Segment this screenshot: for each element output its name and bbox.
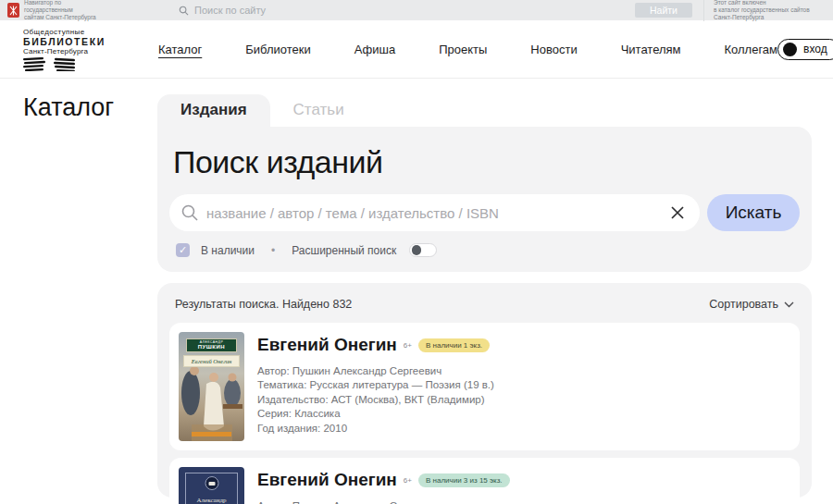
search-panel: Поиск изданий Искать ✓ В наличии • Расши [157,127,812,272]
topbar-find-button[interactable]: Найти [635,3,692,18]
cover-author-text: Александр ПУШКИН [179,497,244,504]
book-details: Автор: Пушкин Александр Сергеевич Темати… [257,499,790,504]
tab-editions[interactable]: Издания [157,94,270,127]
cover-author-plate: АЛЕКСАНДР ПУШКИН [186,338,237,352]
options-separator: • [271,244,275,257]
book-title[interactable]: Евгений Онегин [257,470,397,490]
sort-control[interactable]: Сортировать [709,298,794,311]
search-input[interactable] [206,205,661,221]
result-card[interactable]: Александр ПУШКИН Евгений Онегин 6+ В нал… [169,458,800,504]
age-rating: 6+ [404,341,412,350]
catalog-tabs: Издания Статьи [157,94,812,127]
topbar-search-icon [179,6,189,16]
publisher-emblem-icon [205,476,218,490]
book-title[interactable]: Евгений Онегин [257,335,397,355]
nav-item-colleagues[interactable]: Коллегам [725,43,778,56]
gov-navigator[interactable]: Навигатор по государственным сайтам Санк… [7,0,179,21]
age-rating: 6+ [404,476,412,485]
search-heading: Поиск изданий [173,144,796,180]
cover-title-plate: Евгений Онегин [183,355,240,367]
in-stock-checkbox[interactable]: ✓ [176,243,190,257]
library-logo[interactable]: Общедоступные БИБЛИОТЕКИ Санкт-Петербург… [23,28,136,71]
main-nav: Каталог Библиотеки Афиша Проекты Новости… [158,43,777,56]
nav-item-news[interactable]: Новости [530,43,577,56]
clear-search-icon[interactable] [668,203,687,222]
search-icon [180,203,199,222]
advanced-search-toggle[interactable] [409,243,437,257]
chevron-down-icon [784,301,794,308]
gov-navigator-text: Навигатор по государственным сайтам Санк… [24,0,96,21]
nav-item-readers[interactable]: Читателям [621,43,681,56]
gov-included-text: Этот сайт включен в каталог государствен… [703,0,824,21]
advanced-search-label: Расширенный поиск [292,244,396,257]
site-header: Общедоступные БИБЛИОТЕКИ Санкт-Петербург… [0,20,833,79]
cover-publisher-strip [192,432,231,436]
books-logo-icon [23,57,136,71]
search-button[interactable]: Искать [707,194,800,231]
nav-item-projects[interactable]: Проекты [439,43,487,56]
tab-articles[interactable]: Статьи [270,94,367,127]
user-avatar-icon [783,43,797,56]
book-details: Автор: Пушкин Александр Сергеевич Темати… [257,364,790,436]
nav-item-afisha[interactable]: Афиша [354,43,395,56]
availability-badge: В наличии 3 из 15 экз. [418,473,510,487]
in-stock-label: В наличии [201,244,255,257]
topbar-search-input[interactable] [194,5,472,16]
book-cover[interactable]: Александр ПУШКИН [179,467,244,504]
nav-item-libraries[interactable]: Библиотеки [245,43,310,56]
page-title: Каталог [23,93,114,122]
nav-item-catalog[interactable]: Каталог [158,43,202,56]
results-summary: Результаты поиска. Найдено 832 [175,298,352,311]
government-topbar: Навигатор по государственным сайтам Санк… [0,0,833,20]
availability-badge: В наличии 1 экз. [418,338,490,352]
result-card[interactable]: АЛЕКСАНДР ПУШКИН Евгений Онегин Евгений … [169,323,800,450]
login-button[interactable]: вход [777,39,833,60]
spb-crest-icon [7,3,19,18]
search-field[interactable] [169,194,700,231]
results-panel: Результаты поиска. Найдено 832 Сортирова… [157,283,812,498]
book-cover[interactable]: АЛЕКСАНДР ПУШКИН Евгений Онегин [179,332,244,441]
